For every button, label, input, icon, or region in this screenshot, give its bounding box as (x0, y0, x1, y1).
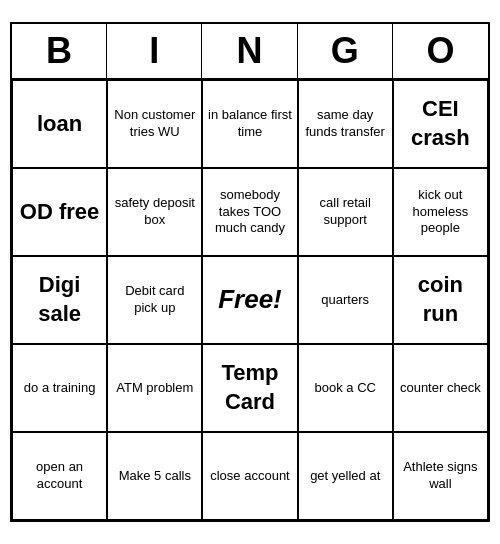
bingo-cell-16: ATM problem (107, 344, 202, 432)
bingo-cell-1: Non customer tries WU (107, 80, 202, 168)
bingo-cell-5: OD free (12, 168, 107, 256)
bingo-cell-7: somebody takes TOO much candy (202, 168, 297, 256)
bingo-cell-11: Debit card pick up (107, 256, 202, 344)
header-letter-g: G (298, 24, 393, 78)
bingo-card: BINGO loanNon customer tries WUin balanc… (10, 22, 490, 522)
bingo-cell-18: book a CC (298, 344, 393, 432)
bingo-cell-13: quarters (298, 256, 393, 344)
bingo-cell-12: Free! (202, 256, 297, 344)
bingo-cell-23: get yelled at (298, 432, 393, 520)
bingo-cell-6: safety deposit box (107, 168, 202, 256)
bingo-cell-4: CEI crash (393, 80, 488, 168)
bingo-cell-0: loan (12, 80, 107, 168)
bingo-cell-19: counter check (393, 344, 488, 432)
header-letter-o: O (393, 24, 488, 78)
bingo-cell-10: Digi sale (12, 256, 107, 344)
bingo-cell-17: Temp Card (202, 344, 297, 432)
bingo-cell-8: call retail support (298, 168, 393, 256)
header-letter-b: B (12, 24, 107, 78)
bingo-cell-2: in balance first time (202, 80, 297, 168)
bingo-cell-15: do a training (12, 344, 107, 432)
header-letter-n: N (202, 24, 297, 78)
bingo-cell-9: kick out homeless people (393, 168, 488, 256)
bingo-cell-14: coin run (393, 256, 488, 344)
bingo-cell-21: Make 5 calls (107, 432, 202, 520)
bingo-cell-22: close account (202, 432, 297, 520)
bingo-cell-20: open an account (12, 432, 107, 520)
bingo-cell-24: Athlete signs wall (393, 432, 488, 520)
bingo-header: BINGO (12, 24, 488, 80)
header-letter-i: I (107, 24, 202, 78)
bingo-cell-3: same day funds transfer (298, 80, 393, 168)
bingo-grid: loanNon customer tries WUin balance firs… (12, 80, 488, 520)
